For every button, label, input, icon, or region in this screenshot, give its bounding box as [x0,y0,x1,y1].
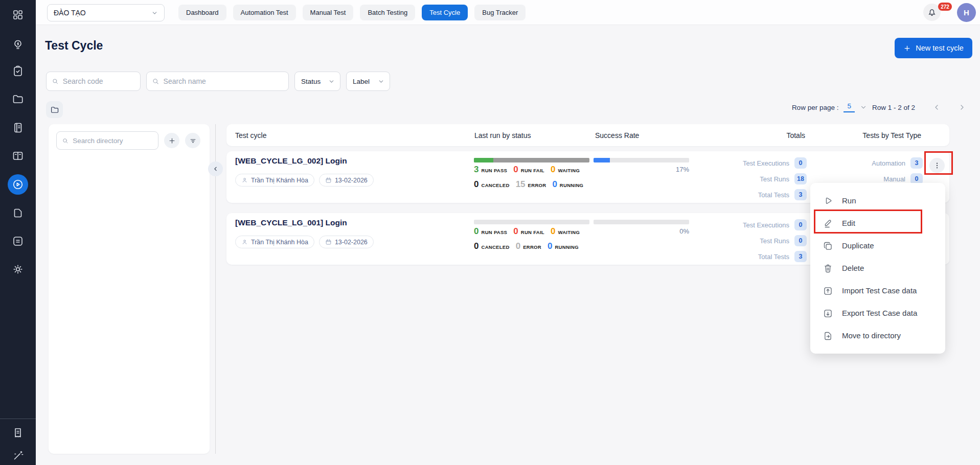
sidebar-item-reports[interactable] [12,235,24,247]
app-window: ĐÀO TẠO Dashboard Automation Test Manual… [0,0,980,465]
calendar-icon [325,177,332,183]
row-actions-menu-button[interactable] [929,158,945,173]
tab-dashboard[interactable]: Dashboard [178,5,226,20]
folder-icon [12,93,24,105]
search-name-field[interactable] [146,72,289,91]
move-to-directory-icon [823,331,833,341]
export-icon [823,308,833,319]
plus-icon [903,44,911,52]
menu-item-export-test-case-data[interactable]: Export Test Case data [810,302,945,324]
col-tests-by-type: Tests by Test Type [862,131,921,140]
topbar: ĐÀO TẠO Dashboard Automation Test Manual… [36,0,980,25]
sidebar-item-ideas[interactable] [12,39,24,51]
success-rate-bar [594,158,689,162]
rows-per-page-value[interactable]: 5 [844,102,855,112]
success-rate-value: 0% [679,227,689,235]
sidebar-item-settings[interactable] [12,263,24,275]
run-stats-line2: 0CANCELED 15ERROR 0RUNNING [474,179,583,190]
pagination-bar: Row per page : 5 Row 1 - 2 of 2 [792,102,966,112]
run-stats-line2: 0CANCELED 0ERROR 0RUNNING [474,241,579,251]
tab-manual-test[interactable]: Manual Test [303,5,354,20]
owner-tag: Trần Thị Khánh Hòa [235,174,314,187]
clipboard-check-icon [12,65,24,77]
search-code-input[interactable] [63,77,135,85]
rows-per-page-label: Row per page : [792,104,839,111]
col-success-rate: Success Rate [595,131,639,140]
page-title: Test Cycle [45,39,103,53]
total-executions: Test Executions0 [743,219,807,230]
total-runs: Test Runs0 [760,235,807,246]
trash-icon [823,263,833,274]
user-avatar[interactable]: H [957,3,976,22]
type-automation: Automation3 [872,157,923,169]
sidebar-item-test-case[interactable] [12,150,24,162]
main-nav-tabs: Dashboard Automation Test Manual Test Ba… [178,5,526,20]
row-actions-context-menu: Run Edit Duplicate Delete Import Test Ca… [810,183,945,354]
directory-panel [49,124,210,454]
document-icon [12,207,24,219]
list-box-icon [12,235,24,247]
previous-page-button[interactable] [932,103,941,111]
test-cycle-title[interactable]: [WEB_CYCLE_LG_002] Login [235,156,347,166]
menu-item-edit[interactable]: Edit [810,212,945,235]
menu-item-run[interactable]: Run [810,190,945,212]
date-tag: 13-02-2026 [319,236,374,248]
calendar-icon [325,239,332,245]
next-page-button[interactable] [958,103,966,111]
owner-tag: Trần Thị Khánh Hòa [235,236,314,248]
sidebar-item-test-plan[interactable] [12,122,24,134]
total-runs: Test Runs18 [760,173,807,184]
project-name: ĐÀO TẠO [54,9,151,17]
run-status-bar [474,158,589,162]
label-filter-select[interactable]: Label [346,72,390,91]
directory-search-input[interactable] [73,137,153,145]
notification-count-badge: 272 [938,3,952,11]
directory-search-field[interactable] [56,131,158,150]
menu-item-duplicate[interactable]: Duplicate [810,235,945,257]
run-stats-line1: 3RUN PASS 0RUN FAIL 0WAITING [474,165,580,175]
col-test-cycle: Test cycle [235,131,266,140]
sidebar-item-ai-assist[interactable] [12,450,24,462]
sidebar-item-projects[interactable] [12,93,24,105]
lightbulb-icon [12,39,24,51]
test-cycle-title[interactable]: [WEB_CYCLE_LG_001] Login [235,218,347,227]
sidebar-item-test-cycle-active[interactable] [8,174,28,195]
play-circle-icon [12,178,24,191]
chevron-down-icon[interactable] [860,104,867,111]
add-directory-button[interactable] [164,133,179,148]
gear-icon [12,263,24,275]
menu-item-import-test-case-data[interactable]: Import Test Case data [810,280,945,302]
col-totals: Totals [786,131,805,140]
tab-test-cycle[interactable]: Test Cycle [422,5,468,20]
total-tests: Total Tests3 [758,251,807,262]
menu-item-delete[interactable]: Delete [810,257,945,280]
status-filter-select[interactable]: Status [294,72,340,91]
total-tests: Total Tests3 [758,189,807,200]
notebook-icon [12,122,24,134]
chevron-left-icon [212,166,219,172]
search-name-input[interactable] [164,77,283,85]
app-logo-grid-icon[interactable] [12,9,24,21]
menu-item-move-to-directory[interactable]: Move to directory [810,324,945,347]
sidebar-item-logs[interactable] [12,427,24,439]
folder-icon [50,105,59,114]
tab-bug-tracker[interactable]: Bug Tracker [474,5,526,20]
project-selector[interactable]: ĐÀO TẠO [47,4,165,21]
collapse-directory-button[interactable] [208,161,223,176]
import-icon [823,286,833,296]
sidebar-item-documents[interactable] [12,207,24,219]
directory-filter-button[interactable] [185,133,200,148]
sidebar-item-tasks[interactable] [12,65,24,77]
person-icon [241,177,248,183]
directory-toggle-button[interactable] [46,101,63,118]
col-last-run: Last run by status [474,131,531,140]
tab-batch-testing[interactable]: Batch Testing [360,5,415,20]
tab-automation-test[interactable]: Automation Test [233,5,296,20]
run-icon [823,196,833,206]
search-icon [62,137,69,145]
new-test-cycle-button[interactable]: New test cycle [895,38,972,58]
sidebar [0,0,36,465]
search-icon [152,77,159,85]
date-tag: 13-02-2026 [319,174,374,187]
search-code-field[interactable] [46,72,141,91]
